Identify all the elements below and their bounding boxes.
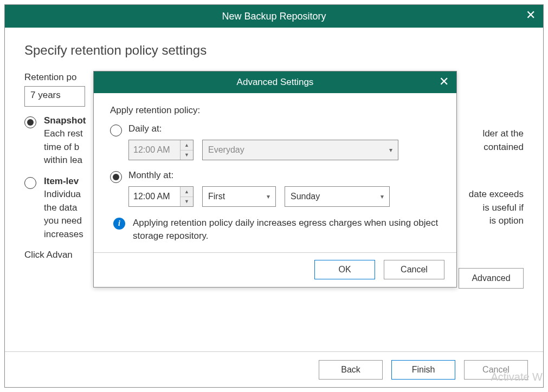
close-icon[interactable]: ✕ <box>526 9 536 21</box>
page-title: Specify retention policy settings <box>24 43 524 58</box>
daily-day-dropdown: Everyday ▾ <box>202 140 398 160</box>
info-icon: i <box>113 218 125 230</box>
wizard-footer: Back Finish Cancel <box>5 351 543 387</box>
modal-footer: OK Cancel <box>94 252 456 287</box>
spinner-down-icon[interactable]: ▼ <box>180 197 193 207</box>
monthly-time-value: 12:00 AM <box>129 187 180 206</box>
monthly-radio[interactable] <box>110 171 122 183</box>
daily-spinner: ▲ ▼ <box>180 140 193 160</box>
daily-label: Daily at: <box>128 123 162 134</box>
info-text: Applying retention policy daily increase… <box>133 217 440 243</box>
main-titlebar: New Backup Repository ✕ <box>5 5 543 28</box>
monthly-time-input[interactable]: 12:00 AM ▲ ▼ <box>128 186 194 207</box>
spinner-down-icon: ▼ <box>180 151 193 160</box>
modal-cancel-button[interactable]: Cancel <box>384 260 444 279</box>
daily-time-value: 12:00 AM <box>129 140 180 160</box>
finish-button[interactable]: Finish <box>391 360 455 380</box>
windows-watermark: Activate W <box>491 371 543 383</box>
modal-body: Apply retention policy: Daily at: 12:00 … <box>94 93 456 243</box>
modal-title: Advanced Settings <box>237 77 314 88</box>
daily-inputs: 12:00 AM ▲ ▼ Everyday ▾ <box>128 140 440 160</box>
monthly-radio-row: Monthly at: <box>110 170 440 183</box>
monthly-ordinal-value: First <box>208 192 225 201</box>
monthly-weekday-dropdown[interactable]: Sunday ▾ <box>285 186 390 207</box>
apply-policy-label: Apply retention policy: <box>110 105 440 116</box>
snapshot-radio[interactable] <box>24 116 36 128</box>
itemlevel-radio[interactable] <box>24 177 36 189</box>
chevron-down-icon: ▾ <box>381 193 384 200</box>
modal-titlebar: Advanced Settings ✕ <box>94 71 456 93</box>
spinner-up-icon: ▲ <box>180 140 193 151</box>
info-row: i Applying retention policy daily increa… <box>113 217 440 243</box>
spinner-up-icon[interactable]: ▲ <box>180 187 193 197</box>
daily-day-value: Everyday <box>208 145 244 155</box>
monthly-label: Monthly at: <box>128 170 173 181</box>
monthly-weekday-value: Sunday <box>291 192 320 201</box>
daily-radio[interactable] <box>110 125 122 136</box>
modal-close-icon[interactable]: ✕ <box>439 76 449 88</box>
monthly-spinner[interactable]: ▲ ▼ <box>180 187 193 206</box>
main-title: New Backup Repository <box>222 11 326 22</box>
monthly-ordinal-dropdown[interactable]: First ▾ <box>202 186 276 207</box>
back-button[interactable]: Back <box>319 360 383 380</box>
retention-value-select[interactable]: 7 years <box>24 86 85 107</box>
chevron-down-icon: ▾ <box>389 146 392 154</box>
chevron-down-icon: ▾ <box>267 193 270 200</box>
ok-button[interactable]: OK <box>314 260 375 279</box>
advanced-settings-modal: Advanced Settings ✕ Apply retention poli… <box>93 71 457 288</box>
daily-time-input: 12:00 AM ▲ ▼ <box>128 140 194 160</box>
monthly-inputs: 12:00 AM ▲ ▼ First ▾ Sunday ▾ <box>128 186 440 207</box>
daily-radio-row: Daily at: <box>110 123 440 136</box>
advanced-button[interactable]: Advanced <box>459 268 524 289</box>
